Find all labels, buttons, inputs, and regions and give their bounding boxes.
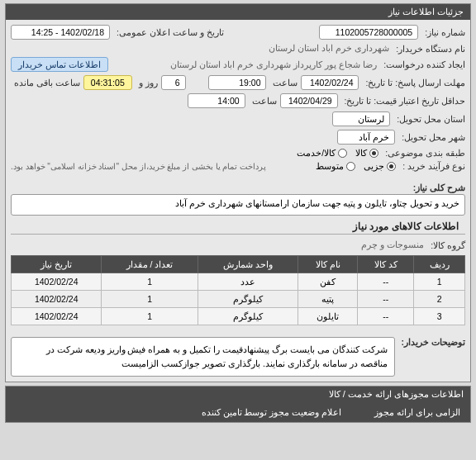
price-validity-time-field: 14:00: [188, 93, 245, 108]
radio-unselected-icon: [338, 149, 347, 158]
table-cell: --: [358, 273, 414, 291]
creator-label: ایجاد کننده درخواست:: [383, 59, 465, 69]
services-header: اطلاعات مجوزهای ارائه خدمت / کالا: [6, 386, 470, 402]
table-cell: 1: [102, 308, 198, 325]
table-cell: 1402/02/24: [12, 291, 102, 308]
process-med-radio[interactable]: متوسط: [316, 161, 355, 171]
table-row[interactable]: 2--پتیهکیلوگرم11402/02/24: [12, 291, 465, 308]
col-name: نام کالا: [298, 256, 358, 273]
table-cell: 1: [102, 273, 198, 291]
table-cell: --: [358, 308, 414, 325]
table-cell: 1402/02/24: [12, 308, 102, 325]
process-label: نوع فرآیند خرید :: [402, 161, 465, 171]
table-cell: --: [358, 291, 414, 308]
day-label: روز و: [139, 78, 158, 88]
contact-buyer-button[interactable]: اطلاعات تماس خریدار: [11, 57, 108, 72]
table-cell: 1: [102, 291, 198, 308]
process-partial-radio[interactable]: جزیی: [364, 161, 396, 171]
deadline-time-label: ساعت: [273, 78, 298, 88]
deadline-time-field: 19:00: [208, 75, 266, 90]
buyer-org-value: شهرداری خرم اباد استان لرستان: [269, 43, 389, 54]
city-field: خرم آباد: [337, 130, 395, 145]
countdown-field: 04:31:05: [83, 75, 132, 90]
process-partial-label: جزیی: [364, 161, 384, 171]
announce-label: تاریخ و ساعت اعلان عمومی:: [117, 27, 224, 37]
goods-section-title: اطلاعات کالاهای مورد نیاز: [11, 216, 465, 235]
table-cell: پتیه: [298, 291, 358, 308]
deadline-label: مهلت ارسال پاسخ: تا تاریخ:: [365, 78, 465, 88]
province-label: استان محل تحویل:: [397, 114, 465, 124]
group-value: منسوجات و چرم: [361, 239, 424, 250]
services-panel: اطلاعات مجوزهای ارائه خدمت / کالا الزامی…: [5, 386, 471, 423]
process-med-label: متوسط: [316, 161, 344, 171]
table-cell: عدد: [198, 273, 298, 291]
table-row[interactable]: 3--تایلونکیلوگرم11402/02/24: [12, 308, 465, 325]
desc-label: شرح کلی نیاز:: [413, 183, 465, 192]
table-cell: 2: [414, 291, 465, 308]
table-header-row: ردیف کد کالا نام کالا واحد شمارش تعداد /…: [12, 256, 465, 273]
need-details-panel: جزئیات اطلاعات نیاز شماره نیاز: 11020057…: [5, 3, 471, 382]
process-group: جزیی متوسط: [316, 161, 396, 171]
buyer-org-label: نام دستگاه خریدار:: [396, 44, 465, 54]
table-cell: تایلون: [298, 308, 358, 325]
price-validity-label: حداقل تاریخ اعتبار قیمت: تا تاریخ:: [345, 96, 465, 106]
subject-class-label: طبقه بندی موضوعی:: [385, 148, 465, 158]
subject-class-group: کالا کالا/خدمت: [297, 148, 378, 158]
subject-service-radio[interactable]: کالا/خدمت: [297, 148, 347, 158]
table-cell: 1402/02/24: [12, 273, 102, 291]
col-qty: تعداد / مقدار: [102, 256, 198, 273]
buyer-notes-label: توضیحات خریدار:: [402, 332, 465, 347]
tab-required-license[interactable]: الزامی برای ارائه مجوز: [374, 407, 460, 417]
goods-table: ردیف کد کالا نام کالا واحد شمارش تعداد /…: [11, 255, 465, 325]
table-row[interactable]: 1--کفنعدد11402/02/24: [12, 273, 465, 291]
table-cell: 1: [414, 273, 465, 291]
need-details-header: جزئیات اطلاعات نیاز: [6, 4, 470, 20]
need-number-field: 1102005728000005: [319, 25, 418, 40]
table-cell: 3: [414, 308, 465, 325]
tab-supplier-status[interactable]: اعلام وضعیت مجوز توسط تامین کننده: [202, 407, 342, 417]
table-cell: کیلوگرم: [198, 291, 298, 308]
buyer-notes-field: شرکت کنندگان می بایست برگ پیشنهادقیمت را…: [11, 337, 395, 377]
price-validity-date-field: 1402/04/29: [280, 93, 338, 108]
payment-note: پرداخت تمام یا بخشی از مبلغ خرید،از محل …: [11, 162, 266, 171]
subject-kala-label: کالا: [355, 148, 367, 158]
radio-selected-icon: [387, 162, 396, 171]
desc-field: خرید و تحویل چتاو، تایلون و پتیه جهت ساز…: [11, 194, 465, 216]
group-label: گروه کالا:: [431, 240, 465, 250]
remaining-label: ساعت باقی مانده: [14, 78, 80, 88]
need-number-label: شماره نیاز:: [425, 27, 465, 37]
deadline-date-field: 1402/02/24: [301, 75, 359, 90]
announce-field: 1402/02/18 - 14:25: [11, 25, 110, 40]
table-cell: کفن: [298, 273, 358, 291]
province-field: لرستان: [332, 111, 390, 126]
price-validity-time-label: ساعت: [252, 96, 277, 106]
city-label: شهر محل تحویل:: [402, 132, 465, 142]
table-cell: کیلوگرم: [198, 308, 298, 325]
days-left-field: 6: [161, 75, 186, 90]
services-tabs: الزامی برای ارائه مجوز اعلام وضعیت مجوز …: [6, 402, 470, 422]
col-row: ردیف: [414, 256, 465, 273]
subject-service-label: کالا/خدمت: [297, 148, 336, 158]
radio-selected-icon: [369, 149, 378, 158]
creator-value: رضا شجاع پور کارپرداز شهرداری خرم اباد ا…: [170, 59, 377, 70]
col-date: تاریخ نیاز: [12, 256, 102, 273]
subject-kala-radio[interactable]: کالا: [355, 148, 378, 158]
col-unit: واحد شمارش: [198, 256, 298, 273]
col-code: کد کالا: [358, 256, 414, 273]
radio-unselected-icon: [346, 162, 355, 171]
